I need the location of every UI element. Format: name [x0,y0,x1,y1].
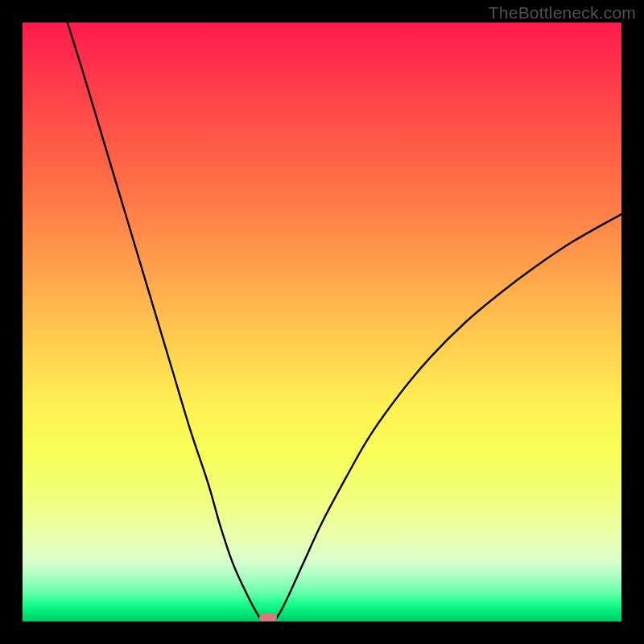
curve-layer [23,23,621,621]
chart-frame: TheBottleneck.com [0,0,644,644]
watermark-text: TheBottleneck.com [489,3,636,23]
left-curve [68,23,262,621]
plot-area [23,23,621,621]
right-curve [274,214,621,621]
bottleneck-marker [259,613,277,621]
